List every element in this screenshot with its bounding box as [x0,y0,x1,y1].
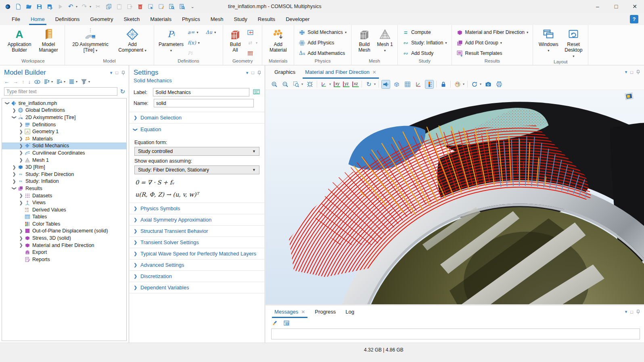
lock-view-icon[interactable] [439,80,447,88]
add-mathematics-button[interactable]: Δu Add Mathematics [297,48,348,58]
collapse-menu-caret[interactable]: ▾ [64,80,65,84]
reset-desktop-button[interactable]: Reset Desktop ▾ [562,26,585,59]
physics-interface-select[interactable]: Solid Mechanics▾ [297,27,348,37]
search-apps-button[interactable] [178,3,186,10]
tree-item-global-definitions[interactable]: ❯Global Definitions [2,107,126,114]
forward-icon[interactable]: → [13,79,18,85]
tree-item-datasets[interactable]: ❯Datasets [2,192,126,199]
section-transient-solver[interactable]: ❯Transient Solver Settings [130,237,264,248]
tree-item-2d-axisymmetric-tire[interactable]: ❯2D Axisymmetric [Tire] [2,114,126,121]
model-manager-button[interactable]: Model Manager [35,26,62,53]
tree-item-geometry-1[interactable]: ❯AGeometry 1 [2,128,126,135]
move-up-icon[interactable]: ↑ [22,79,25,85]
chevron-down-icon[interactable]: ❯ [12,186,17,191]
save-as-button[interactable] [46,3,53,10]
tree-item-tables[interactable]: Tables [2,213,126,221]
tree-item-mesh-1[interactable]: ❯Mesh 1 [2,157,126,164]
build-mesh-button[interactable]: Build Mesh [354,26,374,53]
snapshot-icon[interactable] [484,80,492,88]
view-xz-button[interactable]: xz [352,82,359,87]
zoom-extents-icon[interactable] [306,80,314,88]
message-log-settings-icon[interactable] [282,319,291,327]
chevron-right-icon[interactable]: ❯ [11,172,17,177]
tab-messages[interactable]: Messages✕ [270,306,309,318]
pin-panel-icon[interactable] [636,310,640,314]
zoom-menu-caret[interactable]: ▾ [301,82,303,86]
run-button[interactable] [56,3,64,10]
plot-window-icon[interactable] [625,92,634,100]
undo-button[interactable]: ↶ [67,3,74,10]
functions-button[interactable]: f(x)▾ [186,38,220,48]
tree-item-results[interactable]: ❯Results [2,185,126,192]
tab-results[interactable]: Results [253,13,280,25]
rotate-menu-caret[interactable]: ▾ [374,82,376,86]
save-button[interactable] [36,3,43,10]
theme-menu-caret[interactable]: ▾ [463,82,464,86]
redo-menu-caret[interactable]: ▾ [90,5,91,8]
chevron-right-icon[interactable]: ❯ [18,136,24,141]
chevron-right-icon[interactable]: ❯ [18,236,24,241]
model-tree-node-text-icon[interactable] [69,79,74,84]
tree-filter-input[interactable] [4,87,117,96]
rename-label-icon[interactable] [253,88,260,96]
label-input[interactable] [153,88,249,96]
virtual-operations-button[interactable] [245,48,259,58]
study-select[interactable]: ∾ Study: Inflation▾ [401,38,449,48]
section-discretization[interactable]: ❯Discretization [130,271,264,282]
add-physics-button[interactable]: Add Physics [297,38,348,48]
messages-output[interactable] [271,329,640,339]
tab-developer[interactable]: Developer [280,13,315,25]
show-grid-icon[interactable] [404,80,412,88]
tab-study[interactable]: Study [229,13,253,25]
update-menu-caret[interactable]: ▾ [480,82,481,86]
add-component-button[interactable]: Add Component ▾ [114,26,151,53]
variables-button[interactable]: a=▾ [186,27,200,37]
tree-item-study-inflation[interactable]: ❯∾Study: Inflation [2,178,126,185]
tree-item-derived-values[interactable]: 8.85e-12Derived Values [2,206,126,213]
chevron-right-icon[interactable]: ❯ [11,165,17,170]
minimize-button[interactable]: – [588,0,607,13]
chevron-right-icon[interactable]: ❯ [18,122,24,127]
add-material-button[interactable]: Add Material [265,26,291,53]
zoom-out-icon[interactable] [281,80,289,88]
float-panel-icon[interactable]: □ [630,310,633,314]
tree-item-curvilinear-coordinates[interactable]: ❯*Curvilinear Coordinates [2,149,126,157]
section-dependent-variables[interactable]: ❯Dependent Variables [130,282,264,293]
tab-geometry[interactable]: Geometry [85,13,118,25]
cut-button[interactable]: ✂ [94,3,102,10]
tab-progress[interactable]: Progress [311,306,340,318]
filter-icon[interactable] [81,79,87,84]
parameters-button[interactable]: Pi Parameters ▾ [157,26,185,53]
show-equation-select[interactable]: Study: Fiber Direction, Stationary▼ [134,165,259,174]
undo-menu-caret[interactable]: ▾ [76,5,77,8]
tree-item-definitions[interactable]: ❯Definitions [2,121,126,128]
tab-graphics[interactable]: Graphics [270,65,299,79]
duplicate-button[interactable] [126,3,133,10]
view-yz-button[interactable]: yz [343,82,349,87]
move-down-icon[interactable]: ↓ [28,79,31,85]
view-menu-caret[interactable]: ▾ [329,82,331,86]
find-button[interactable] [168,3,175,10]
panel-menu-caret[interactable]: ▾ [625,69,627,75]
rebuild-button[interactable]: ⇄▾ [245,38,259,48]
tree-item-export[interactable]: csvExport [2,249,126,256]
tree-item-tire-inflation-mph[interactable]: ❯tire_inflation.mph [2,100,126,107]
refresh-filter-icon[interactable]: ↻ [120,88,125,95]
redo-button[interactable]: ↷ [81,3,88,10]
float-panel-icon[interactable]: □ [630,70,633,75]
float-panel-icon[interactable]: □ [115,70,118,75]
tab-file[interactable]: File [6,13,25,25]
rotate-view-icon[interactable]: ↻ [365,80,373,88]
plot-group-select[interactable]: Material and Fiber Direction▾ [455,27,530,37]
print-icon[interactable] [495,80,503,88]
compute-button[interactable]: = Compute [401,27,449,37]
result-templates-button[interactable]: Result Templates [455,48,530,58]
section-advanced-settings[interactable]: ❯Advanced Settings [130,259,264,271]
help-button[interactable]: ? [630,15,638,23]
chevron-right-icon[interactable]: ❯ [18,157,24,163]
zoom-box-icon[interactable] [292,80,300,88]
clear-messages-icon[interactable] [271,319,279,327]
maximize-button[interactable]: □ [607,0,625,13]
panel-menu-caret[interactable]: ▾ [625,309,627,314]
expand-all-icon[interactable] [44,79,50,84]
